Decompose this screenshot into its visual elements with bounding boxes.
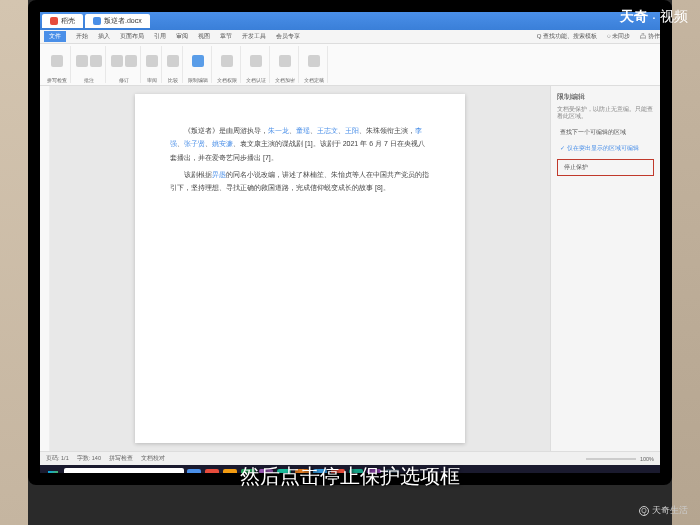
stop-protection-button[interactable]: 停止保护	[557, 159, 654, 176]
cert-icon[interactable]	[250, 55, 262, 67]
link[interactable]: 张子贤	[184, 140, 205, 147]
tab-document[interactable]: 叛逆者.docx	[85, 14, 150, 28]
app-icon[interactable]	[187, 469, 201, 473]
toolbar-group: 拼写检查	[44, 46, 71, 83]
page[interactable]: 《叛逆者》是由周游执导，朱一龙、童瑶、王志文、王阳、朱珠领衔主演，李强、张子贤、…	[135, 94, 465, 443]
panel-title: 限制编辑	[557, 92, 654, 102]
comment-icon[interactable]	[76, 55, 88, 67]
toolbar-group: 比较	[164, 46, 183, 83]
link[interactable]: 畀愚	[212, 171, 226, 178]
word-count[interactable]: 字数: 140	[77, 455, 101, 462]
spell-check-icon[interactable]	[51, 55, 63, 67]
track-icon[interactable]	[125, 55, 137, 67]
watermark-bottom: Q 天奇生活	[639, 504, 688, 517]
zoom-level[interactable]: 100%	[640, 456, 654, 462]
menu-sync[interactable]: ○ 未同步	[607, 32, 630, 41]
vertical-ruler	[40, 86, 50, 451]
finalize-icon[interactable]	[308, 55, 320, 67]
encrypt-icon[interactable]	[279, 55, 291, 67]
toolbar-group: 批注	[73, 46, 106, 83]
toolbar-group: 文档加密	[272, 46, 299, 83]
link[interactable]: 朱一龙	[268, 127, 289, 134]
compare-icon[interactable]	[167, 55, 179, 67]
editor-area: 《叛逆者》是由周游执导，朱一龙、童瑶、王志文、王阳、朱珠领衔主演，李强、张子贤、…	[40, 86, 660, 451]
app-icon[interactable]	[223, 469, 237, 473]
menu-item[interactable]: 会员专享	[276, 32, 300, 41]
app-icon[interactable]	[205, 469, 219, 473]
zoom-slider[interactable]	[586, 458, 636, 460]
subtitle-text: 然后点击停止保护选项框	[240, 463, 460, 490]
menu-item[interactable]: 视图	[198, 32, 210, 41]
link[interactable]: 王阳	[345, 127, 359, 134]
start-button[interactable]	[44, 468, 62, 473]
doc-icon	[93, 17, 101, 25]
home-icon	[50, 17, 58, 25]
taskbar-search[interactable]: 在这里输入你要搜索的内容	[64, 468, 184, 473]
menu-bar: 文件 开始 插入 页面布局 引用 审阅 视图 章节 开发工具 会员专享 Q 查找…	[40, 30, 660, 44]
paragraph: 该剧根据畀愚的同名小说改编，讲述了林楠笙、朱怡贞等人在中国共产党员的指引下，坚持…	[170, 168, 430, 195]
watermark-top: 天奇·视频	[620, 8, 688, 26]
panel-checkbox[interactable]: ✓ 仅在突出显示的区域可编辑	[557, 142, 654, 155]
track-icon[interactable]	[111, 55, 123, 67]
menu-item[interactable]: 引用	[154, 32, 166, 41]
tab-home[interactable]: 稻壳	[42, 14, 83, 28]
title-bar: 稻壳 叛逆者.docx	[40, 12, 660, 30]
restrict-editing-panel: 限制编辑 文档受保护，以防止无意编。只能查看此区域。 查找下一个可编辑的区域 ✓…	[550, 86, 660, 451]
menu-item[interactable]: 开发工具	[242, 32, 266, 41]
comment-icon[interactable]	[90, 55, 102, 67]
tab-label: 稻壳	[61, 16, 75, 26]
proofing-status[interactable]: 文档校对	[141, 455, 165, 462]
paragraph: 《叛逆者》是由周游执导，朱一龙、童瑶、王志文、王阳、朱珠领衔主演，李强、张子贤、…	[170, 124, 430, 164]
link[interactable]: 童瑶	[296, 127, 310, 134]
toolbar-group: 审阅	[143, 46, 162, 83]
toolbar-group: 文档权限	[214, 46, 241, 83]
screen: 稻壳 叛逆者.docx 文件 开始 插入 页面布局 引用 审阅 视图 章节 开发…	[40, 12, 660, 473]
panel-option[interactable]: 查找下一个可编辑的区域	[557, 126, 654, 139]
menu-file[interactable]: 文件	[44, 31, 66, 42]
restrict-edit-icon[interactable]	[192, 55, 204, 67]
menu-collab[interactable]: 凸 协作	[640, 32, 660, 41]
toolbar-group: 文档定稿	[301, 46, 328, 83]
tab-label: 叛逆者.docx	[104, 16, 142, 26]
toolbar-group: 限制编辑	[185, 46, 212, 83]
review-icon[interactable]	[146, 55, 158, 67]
ribbon-toolbar: 拼写检查 批注 修订 审阅 比较 限制编辑 文档权限 文档认证 文档加密 文档定…	[40, 44, 660, 86]
menu-item[interactable]: 开始	[76, 32, 88, 41]
menu-item[interactable]: 审阅	[176, 32, 188, 41]
monitor-frame: 稻壳 叛逆者.docx 文件 开始 插入 页面布局 引用 审阅 视图 章节 开发…	[28, 0, 672, 485]
permission-icon[interactable]	[221, 55, 233, 67]
toolbar-group: 文档认证	[243, 46, 270, 83]
spell-status[interactable]: 拼写检查	[109, 455, 133, 462]
toolbar-group: 修订	[108, 46, 141, 83]
search-icon: Q	[639, 506, 649, 516]
document-viewport: 《叛逆者》是由周游执导，朱一龙、童瑶、王志文、王阳、朱珠领衔主演，李强、张子贤、…	[50, 86, 550, 451]
link[interactable]: 王志文	[317, 127, 338, 134]
windows-icon	[48, 471, 58, 473]
panel-description: 文档受保护，以防止无意编。只能查看此区域。	[557, 106, 654, 120]
link[interactable]: 姚安濂	[212, 140, 233, 147]
page-indicator[interactable]: 页码: 1/1	[46, 455, 69, 462]
menu-item[interactable]: 插入	[98, 32, 110, 41]
menu-search[interactable]: Q 查找功能、搜索模板	[537, 32, 597, 41]
menu-item[interactable]: 页面布局	[120, 32, 144, 41]
menu-item[interactable]: 章节	[220, 32, 232, 41]
